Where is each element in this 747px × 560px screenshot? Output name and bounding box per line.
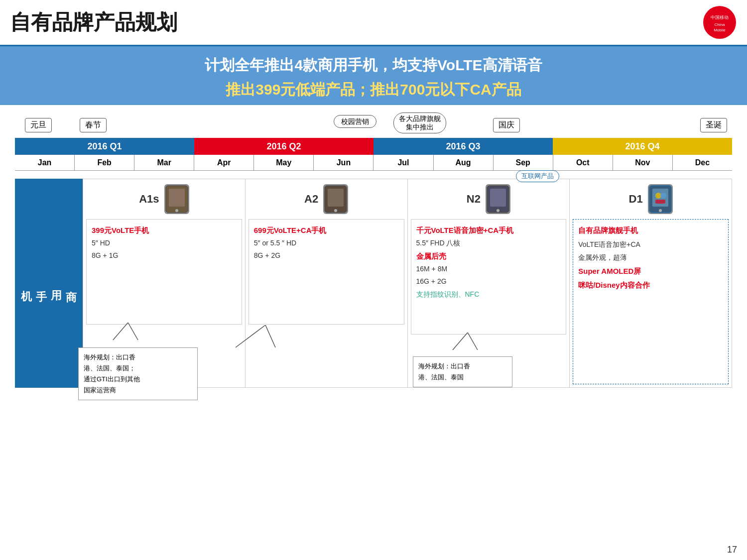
event-shengdan: 圣诞 [700,118,727,132]
phone-img-d1 [648,184,673,214]
month-jun: Jun [313,155,373,170]
spec-metal-d1: 金属外观，超薄 [578,251,723,264]
spec-size-a2: 5″ or 5.5 ″ HD [254,237,399,249]
month-jul: Jul [373,155,433,170]
phone-name-a1s: A1s [139,193,159,206]
main-content: 元旦 春节 校园营销 各大品牌旗舰集中推出 国庆 圣诞 2016 Q1 2016… [0,105,747,393]
product-col-a2: A2 699元VoLTE+CA手机 5″ or 5.5 ″ HD 8G + 2G [246,179,408,387]
spec-amoled-d1: Super AMOLED屏 [578,264,723,279]
phone-img-a1s [164,184,189,214]
svg-rect-15 [490,189,506,207]
svg-line-13 [265,325,275,347]
spec-highlight-a2: 699元VoLTE+CA手机 [254,224,399,237]
page-number: 17 [727,545,737,555]
export-box-n2: 海外规划：出口香港、法国、泰国 [413,356,512,387]
spec-volte-d1: VoLTE语音加密+CA [578,238,723,251]
month-apr: Apr [194,155,253,170]
month-feb: Feb [74,155,134,170]
quarter-q1: 2016 Q1 [15,138,194,155]
phone-header-d1: D1 [570,179,732,219]
products-grid: A1s 399元VoLTE手机 5″ HD 8G + 1G [83,179,732,388]
products-section: 商用手机 A1s 399元VoLTE [15,179,732,388]
logo-area: 中国移动 China Mobile [702,5,737,40]
left-label: 商用手机 [15,179,83,388]
arrow-a1s-icon [98,323,158,347]
svg-point-11 [334,209,337,212]
spec-nfc-n2: 支持指纹识别、NFC [416,288,561,301]
event-xiaoyuan: 校园营销 [334,115,376,128]
spec-shell-n2: 金属后壳 [416,249,561,263]
event-yuandan: 元旦 [25,118,52,132]
spec-size-a1s: 5″ HD [92,237,237,249]
event-chunjie: 春节 [80,118,107,132]
arrow-a2-icon [206,325,305,365]
export-area-n2: 海外规划：出口香港、法国、泰国 [408,337,570,387]
quarters-row: 2016 Q1 2016 Q2 2016 Q3 2016 Q4 [15,138,732,155]
phone-name-n2: N2 [467,193,481,206]
spec-highlight-d1: 自有品牌旗舰手机 [578,224,723,238]
export-box-a1s: 海外规划：出口香港、法国、泰国；通过GTI出口到其他国家运营商 [78,347,198,400]
svg-text:中国移动: 中国移动 [711,15,729,20]
quarter-q4: 2016 Q4 [553,138,732,155]
timeline-section: 元旦 春节 校园营销 各大品牌旗舰集中推出 国庆 圣诞 2016 Q1 2016… [15,115,732,171]
left-label-text: 商用手机 [19,282,79,285]
spec-size-n2: 5.5″ FHD 八核 [416,237,561,249]
spec-content-d1: 咪咕/Disney内容合作 [578,278,723,293]
product-col-n2: 互联网产品 N2 千元VoLTE语音加密+CA手机 5.5″ FHD 八核 金属… [408,179,570,387]
svg-rect-23 [655,200,665,204]
china-mobile-logo-icon: 中国移动 China Mobile [702,5,737,40]
product-col-d1: D1 自有品牌旗舰手机 [570,179,732,387]
month-aug: Aug [433,155,493,170]
month-sep: Sep [493,155,553,170]
event-guoqing: 国庆 [493,118,520,132]
subtitle-line2: 推出399元低端产品；推出700元以下CA产品 [10,80,737,100]
svg-rect-10 [328,189,344,207]
month-nov: Nov [613,155,672,170]
events-row: 元旦 春节 校园营销 各大品牌旗舰集中推出 国庆 圣诞 [15,115,732,135]
subtitle-line1: 计划全年推出4款商用手机，均支持VoLTE高清语音 [10,55,737,76]
event-qijian: 各大品牌旗舰集中推出 [393,112,446,133]
svg-point-22 [660,193,666,199]
svg-point-24 [659,209,662,212]
phone-img-a2 [323,184,348,214]
svg-line-7 [113,323,128,340]
subtitle-banner: 计划全年推出4款商用手机，均支持VoLTE高清语音 推出399元低端产品；推出7… [0,46,747,105]
arrow-n2-icon [438,333,498,357]
phone-name-d1: D1 [629,193,643,206]
phone-header-a1s: A1s [83,179,245,219]
month-dec: Dec [672,155,732,170]
month-oct: Oct [553,155,613,170]
spec-highlight-a1s: 399元VoLTE手机 [92,224,237,237]
spacer-a2 [246,328,407,387]
svg-line-8 [128,323,138,340]
spec-storage-n2: 16G + 2G [416,275,561,288]
svg-line-12 [236,325,265,347]
phone-img-n2 [486,184,510,214]
month-may: May [253,155,313,170]
phone-name-a2: A2 [304,193,318,206]
internet-bubble-n2: 互联网产品 [516,170,559,182]
months-row: Jan Feb Mar Apr May Jun Jul Aug Sep Oct … [15,155,732,171]
spec-memory-a2: 8G + 2G [254,249,399,262]
phone-header-n2: 互联网产品 N2 [408,179,570,219]
specs-d1: 自有品牌旗舰手机 VoLTE语音加密+CA 金属外观，超薄 Super AMOL… [573,219,729,384]
page-title: 自有品牌产品规划 [10,8,177,36]
quarter-q3: 2016 Q3 [374,138,553,155]
phone-header-a2: A2 [246,179,407,219]
spec-highlight-n2: 千元VoLTE语音加密+CA手机 [416,224,561,237]
month-jan: Jan [15,155,74,170]
specs-a1s: 399元VoLTE手机 5″ HD 8G + 1G [86,219,242,325]
svg-line-18 [468,333,478,350]
spec-camera-n2: 16M + 8M [416,263,561,275]
svg-point-6 [175,209,178,212]
specs-a2: 699元VoLTE+CA手机 5″ or 5.5 ″ HD 8G + 2G [249,219,404,325]
svg-line-17 [453,333,468,350]
spec-memory-a1s: 8G + 1G [92,249,237,262]
quarter-q2: 2016 Q2 [194,138,374,155]
month-mar: Mar [134,155,194,170]
specs-n2: 千元VoLTE语音加密+CA手机 5.5″ FHD 八核 金属后壳 16M + … [411,219,567,335]
header: 自有品牌产品规划 中国移动 China Mobile [0,0,747,46]
svg-point-16 [497,209,499,212]
svg-text:Mobile: Mobile [714,28,726,32]
svg-rect-5 [169,189,185,207]
